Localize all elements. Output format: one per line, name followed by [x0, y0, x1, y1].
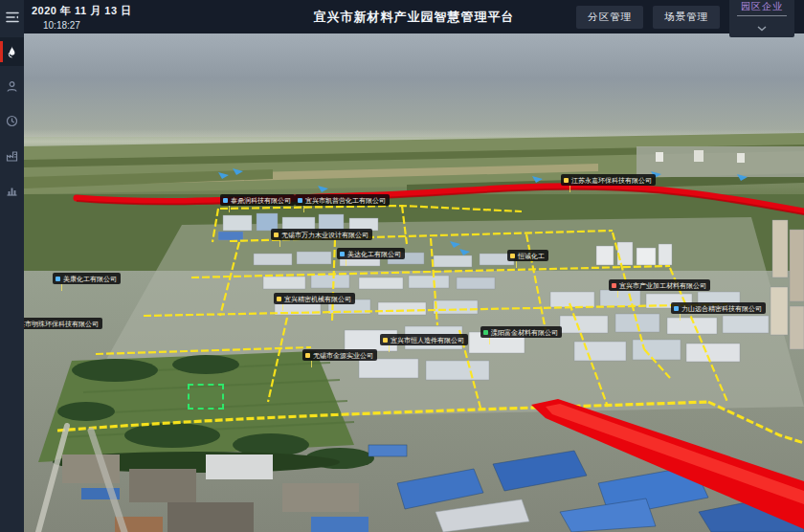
company-label[interactable]: 宜兴市恒人造件有限公司 — [380, 334, 468, 345]
company-icon — [223, 198, 228, 203]
top-bar: 2020 年 11 月 13 日 10:18:27 宜兴市新材料产业园智慧管理平… — [24, 0, 804, 33]
company-name: 宜兴市产业加工材料有限公司 — [619, 280, 706, 291]
page-title: 宜兴市新材料产业园智慧管理平台 — [314, 9, 515, 26]
company-icon — [298, 198, 302, 203]
company-icon — [483, 330, 488, 335]
farm-fields — [24, 133, 804, 194]
company-label[interactable]: 宜兴市凯普营化工有限公司 — [295, 194, 390, 206]
company-name: 江苏永嘉环保科技有限公司 — [571, 175, 652, 186]
chevron-down-icon — [757, 18, 767, 35]
dropdown-label: 园区企业 — [737, 0, 787, 16]
scene-management-button[interactable]: 场景管理 — [653, 6, 720, 29]
company-name: 宜兴精密机械有限公司 — [284, 294, 351, 304]
company-name: 无锡市万力木业设计有限公司 — [281, 230, 368, 240]
company-name: 泰鼎润科技有限公司 — [231, 195, 291, 206]
datetime-display: 2020 年 11 月 13 日 10:18:27 — [32, 4, 132, 31]
company-icon — [510, 254, 515, 258]
sidebar-menu-toggle[interactable] — [0, 3, 24, 32]
company-label[interactable]: 无锡市金源实业公司 — [302, 349, 377, 361]
flame-icon — [6, 45, 18, 58]
company-label[interactable]: 力山远合精密科技有限公司 — [671, 302, 766, 314]
gauge-icon — [6, 115, 18, 127]
company-label[interactable]: 宜兴精密机械有限公司 — [274, 293, 355, 304]
bar-chart-icon — [6, 184, 18, 196]
menu-fold-icon — [6, 11, 19, 23]
company-name: 美达化工有限公司 — [347, 249, 401, 259]
sidebar-item-realtime-monitor[interactable] — [0, 106, 24, 135]
factory-icon — [6, 149, 19, 162]
map-selection-box — [188, 384, 224, 410]
topbar-actions: 分区管理 场景管理 园区企业 — [576, 0, 794, 33]
left-sidebar — [0, 0, 24, 532]
company-icon — [564, 178, 569, 183]
company-icon — [674, 306, 679, 311]
company-name: 无锡市金源实业公司 — [313, 350, 373, 361]
company-label[interactable]: 美康化工有限公司 — [53, 273, 121, 284]
time-text: 10:18:27 — [43, 20, 132, 31]
company-label[interactable]: 美达化工有限公司 — [337, 248, 405, 259]
sidebar-item-personnel[interactable] — [0, 72, 24, 100]
date-text: 2020 年 11 月 13 日 — [32, 4, 132, 18]
company-label[interactable]: 泰鼎润科技有限公司 — [220, 194, 295, 206]
company-icon — [56, 277, 60, 281]
company-name: 美康化工有限公司 — [63, 274, 117, 284]
company-icon — [274, 233, 279, 237]
company-label[interactable]: 江苏永嘉环保科技有限公司 — [561, 174, 656, 186]
user-icon — [6, 80, 18, 93]
company-label[interactable]: 宜兴市产业加工材料有限公司 — [609, 279, 710, 291]
sidebar-item-fire-monitoring[interactable] — [0, 37, 24, 66]
zone-management-button[interactable]: 分区管理 — [576, 6, 643, 29]
company-name: 宜兴市凯普营化工有限公司 — [305, 195, 386, 206]
company-icon — [277, 297, 281, 301]
company-icon — [305, 353, 310, 358]
sidebar-item-enterprise[interactable] — [0, 141, 24, 169]
company-icon — [383, 338, 388, 343]
company-name: 宜兴市恒人造件有限公司 — [391, 335, 464, 345]
company-label[interactable]: 恒诚化工 — [507, 250, 548, 261]
company-label[interactable]: 无锡市万力木业设计有限公司 — [271, 229, 372, 240]
company-name: 溧阳富金材料有限公司 — [491, 327, 558, 338]
company-label[interactable]: 溧阳富金材料有限公司 — [480, 326, 562, 338]
app-window: 2020 年 11 月 13 日 10:18:27 宜兴市新材料产业园智慧管理平… — [0, 0, 804, 532]
map-viewport[interactable]: 泰鼎润科技有限公司 宜兴市凯普营化工有限公司 无锡市万力木业设计有限公司 美达化… — [24, 33, 804, 532]
company-name: 宜兴市明珠环保科技有限公司 — [24, 319, 99, 329]
sidebar-item-statistics[interactable] — [0, 175, 24, 204]
company-icon — [340, 252, 345, 256]
park-enterprise-dropdown[interactable]: 园区企业 — [729, 0, 794, 37]
company-label[interactable]: 宜兴市明珠环保科技有限公司 — [24, 318, 102, 329]
company-name: 恒诚化工 — [518, 251, 545, 261]
company-icon — [612, 283, 616, 288]
company-name: 力山远合精密科技有限公司 — [681, 303, 762, 314]
